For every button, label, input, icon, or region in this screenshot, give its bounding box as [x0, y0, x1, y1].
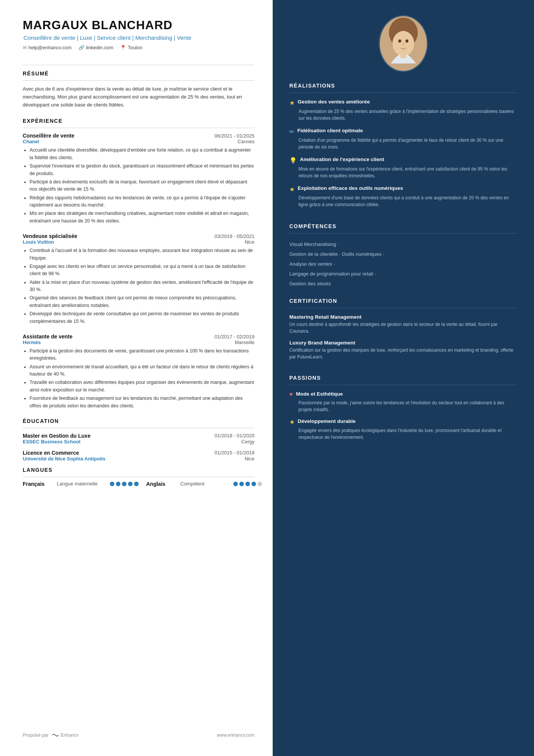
location-value: Toulon	[128, 45, 142, 50]
job-3-bullet-2: Assuré un environnement de travail accue…	[30, 363, 255, 378]
email-icon: ✉	[23, 45, 27, 50]
job-2-title: Vendeuse spécialisée	[23, 233, 77, 239]
lang-1-dots	[110, 482, 139, 486]
job-1-location: Cannes	[237, 139, 255, 144]
subtitle-text: Conseillère de vente | Luxe | Service cl…	[23, 34, 191, 41]
header-contacts: ✉ help@enhancv.com 🔗 linkedin.com 📍 Toul…	[23, 45, 255, 50]
realisations-title: RÉALISATIONS	[289, 83, 517, 89]
linkedin-icon: 🔗	[78, 45, 84, 50]
cert-1: Mastering Retail Management Un cours des…	[289, 314, 517, 335]
job-2: Vendeuse spécialisée 03/2019 - 05/2021 L…	[23, 233, 255, 325]
job-3-bullet-4: Fourniture de feedback au management sur…	[30, 395, 255, 410]
realisation-3-text: Mise en œuvre de formations sur l'expéri…	[289, 166, 517, 179]
certification-title: CERTIFICATION	[289, 298, 517, 304]
job-1-date: 06/2021 - 01/2025	[214, 133, 255, 139]
job-1: Conseillère de vente 06/2021 - 01/2025 C…	[23, 133, 255, 225]
langues-section: LANGUES Français Langue maternelle Angla…	[23, 467, 255, 487]
dot	[122, 482, 126, 486]
job-1-bullet-4: Rédigé des rapports hebdomadaires sur le…	[30, 194, 255, 209]
competence-5: Gestion des stocks	[289, 279, 517, 289]
dot	[110, 482, 114, 486]
star-icon-2: ★	[289, 186, 295, 193]
realisation-1-text: Augmentation de 25 % des ventes annuelle…	[289, 108, 517, 122]
dot	[134, 482, 139, 486]
edu-1-location: Cergy	[241, 439, 255, 445]
job-3-bullets: Participé à la gestion des documents de …	[23, 347, 255, 410]
lang-2-level: Compétent	[180, 481, 230, 487]
linkedin-value: linkedin.com	[86, 45, 113, 50]
realisation-2: ✏ Fidélisation client optimale Création …	[289, 128, 517, 150]
email-contact: ✉ help@enhancv.com	[23, 45, 72, 50]
footer-logo: Enhancv	[52, 733, 78, 738]
enhancv-logo-icon	[52, 733, 59, 738]
competence-4-text: Langage de programmation pour retail ·	[289, 269, 376, 279]
job-3-bullet-1: Participé à la gestion des documents de …	[30, 347, 255, 362]
edu-2-title: Licence en Commerce	[23, 450, 79, 456]
realisation-3: 💡 Amélioration de l'expérience client Mi…	[289, 157, 517, 179]
edu-1: Master en Gestion du Luxe 01/2018 - 01/2…	[23, 433, 255, 445]
competence-5-text: Gestion des stocks	[289, 279, 331, 289]
job-2-date: 03/2019 - 05/2021	[214, 233, 255, 239]
cert-2-title: Luxury Brand Management	[289, 340, 517, 346]
job-1-bullet-1: Accueilli une clientèle diversifiée, dév…	[30, 147, 255, 161]
education-divider	[23, 428, 255, 428]
passion-2-title: Développement durable	[298, 418, 356, 424]
job-1-company: Chanel	[23, 139, 39, 144]
passions-title: PASSIONS	[289, 375, 517, 381]
resume-divider	[23, 80, 255, 81]
job-3-location: Marseille	[235, 340, 255, 345]
dot	[128, 482, 133, 486]
lang-2-dots	[233, 482, 262, 486]
realisation-1-title: Gestion des ventes améliorée	[298, 99, 370, 105]
competence-4: Langage de programmation pour retail ·	[289, 269, 517, 279]
candidate-name: MARGAUX BLANCHARD	[23, 18, 255, 32]
competence-2-text: Gestion de la clientèle · Outils numériq…	[289, 249, 384, 259]
passion-1-text: Passionnée par la mode, j'aime suivre le…	[289, 399, 517, 413]
education-section: ÉDUCATION Master en Gestion du Luxe 01/2…	[23, 418, 255, 467]
job-1-title: Conseillère de vente	[23, 133, 74, 139]
svg-point-3	[398, 39, 401, 43]
job-1-bullet-5: Mis en place des stratégies de merchandi…	[30, 210, 255, 225]
passions-section: PASSIONS ♥ Mode et Esthétique Passionnée…	[289, 375, 517, 446]
experience-divider	[23, 128, 255, 128]
powered-by-text: Propulsé par	[23, 733, 48, 738]
realisation-4-text: Développement d'une base de données clie…	[289, 194, 517, 208]
realisations-divider	[289, 92, 517, 93]
edu-1-date: 01/2018 - 01/2020	[214, 433, 255, 439]
edu-2-school: Université de Nice Sophia Antipolis	[23, 456, 105, 462]
lang-row: Français Langue maternelle Anglais Compé…	[23, 481, 255, 487]
job-3-company: Hermès	[23, 340, 41, 345]
job-1-bullets: Accueilli une clientèle diversifiée, dév…	[23, 147, 255, 225]
certification-divider	[289, 308, 517, 308]
job-2-location: Nice	[245, 239, 255, 245]
competence-list: Visual Merchandising · Gestion de la cli…	[289, 239, 517, 289]
job-1-bullet-2: Supervisé l'inventaire et la gestion du …	[30, 163, 255, 177]
lang-2: Anglais Compétent	[146, 481, 262, 487]
job-3: Assistante de vente 01/2017 - 02/2019 He…	[23, 333, 255, 410]
certification-section: CERTIFICATION Mastering Retail Managemen…	[289, 298, 517, 366]
svg-rect-5	[400, 53, 406, 58]
job-3-title: Assistante de vente	[23, 333, 73, 340]
dot	[245, 482, 250, 486]
competence-1-text: Visual Merchandising ·	[289, 239, 339, 249]
dot	[251, 482, 256, 486]
realisation-2-title: Fidélisation client optimale	[297, 128, 363, 133]
job-2-bullet-1: Contribué à l'accueil et à la formation …	[30, 247, 255, 262]
competence-3-text: Analyse des ventes ·	[289, 259, 335, 269]
experience-title: EXPÉRIENCE	[23, 118, 255, 124]
cert-1-title: Mastering Retail Management	[289, 314, 517, 320]
footer-website: www.enhancv.com	[217, 733, 255, 738]
passion-2: ★ Développement durable Engagée envers d…	[289, 418, 517, 441]
job-3-date: 01/2017 - 02/2019	[214, 334, 255, 340]
edu-1-title: Master en Gestion du Luxe	[23, 433, 91, 439]
header-divider	[23, 65, 255, 65]
star-icon-3: ★	[289, 418, 295, 426]
star-icon-1: ★	[289, 99, 295, 106]
realisations-section: RÉALISATIONS ★ Gestion des ventes amélio…	[289, 83, 517, 214]
job-3-bullet-3: Travaillé en collaboration avec différen…	[30, 379, 255, 394]
realisation-4: ★ Exploitation efficace des outils numér…	[289, 185, 517, 208]
realisation-1: ★ Gestion des ventes améliorée Augmentat…	[289, 99, 517, 122]
resume-section: RÉSUMÉ Avec plus de 6 ans d'expérience d…	[23, 70, 255, 118]
competences-title: COMPÉTENCES	[289, 223, 517, 229]
job-2-bullet-5: Développé des techniques de vente consul…	[30, 310, 255, 325]
